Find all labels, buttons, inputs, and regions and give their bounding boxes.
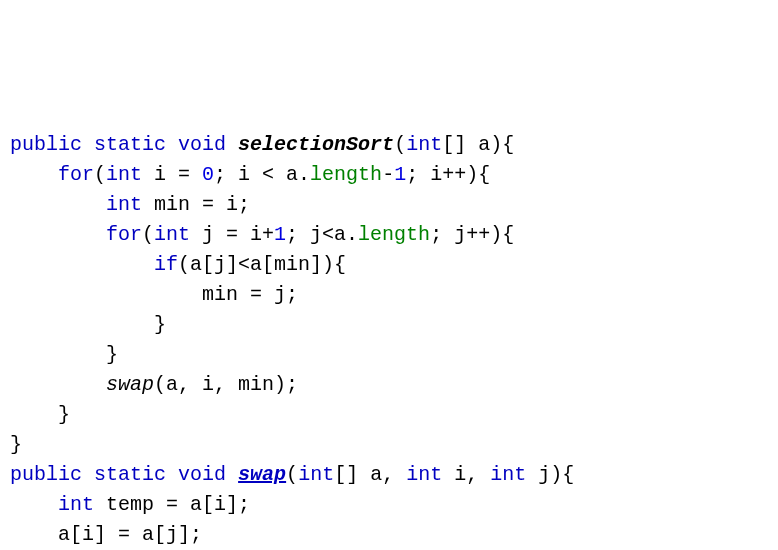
code-token	[10, 193, 106, 216]
code-token: (	[394, 133, 406, 156]
code-token: length	[310, 163, 382, 186]
code-line: int temp = a[i];	[10, 490, 768, 520]
code-line: if(a[j]<a[min]){	[10, 250, 768, 280]
code-token: }	[10, 343, 118, 366]
code-line: int min = i;	[10, 190, 768, 220]
code-token: int	[106, 163, 142, 186]
code-token	[10, 493, 58, 516]
code-token: }	[10, 313, 166, 336]
code-line: }	[10, 340, 768, 370]
code-token: int	[154, 223, 190, 246]
code-token: (a[j]<a[min]){	[178, 253, 346, 276]
code-token	[166, 463, 178, 486]
code-token: }	[10, 403, 70, 426]
code-line: swap(a, i, min);	[10, 370, 768, 400]
code-token: (a, i, min);	[154, 373, 298, 396]
code-token: void	[178, 463, 226, 486]
code-token: [] a){	[442, 133, 514, 156]
code-token: swap	[238, 463, 286, 486]
code-token	[10, 163, 58, 186]
code-token: int	[298, 463, 334, 486]
code-token: a[i] = a[j];	[10, 523, 202, 546]
code-token	[10, 253, 154, 276]
code-token: for	[106, 223, 142, 246]
code-token: static	[94, 133, 166, 156]
code-token: (	[142, 223, 154, 246]
code-token: int	[406, 133, 442, 156]
code-token	[166, 133, 178, 156]
code-token: 0	[202, 163, 214, 186]
code-token: static	[94, 463, 166, 486]
code-token: }	[10, 433, 22, 456]
code-block: public static void selectionSort(int[] a…	[10, 130, 768, 550]
code-token: min = j;	[10, 283, 298, 306]
code-token: ; i++){	[406, 163, 490, 186]
code-token: if	[154, 253, 178, 276]
code-token: ; j++){	[430, 223, 514, 246]
code-token: selectionSort	[238, 133, 394, 156]
code-token: -	[382, 163, 394, 186]
code-token: 1	[394, 163, 406, 186]
code-token: j){	[526, 463, 574, 486]
code-token: 1	[274, 223, 286, 246]
code-token	[82, 463, 94, 486]
code-line: }	[10, 400, 768, 430]
code-token: int	[58, 493, 94, 516]
code-line: }	[10, 310, 768, 340]
code-token	[226, 133, 238, 156]
code-line: a[i] = a[j];	[10, 520, 768, 550]
code-token: for	[58, 163, 94, 186]
code-token: public	[10, 133, 82, 156]
code-token: length	[358, 223, 430, 246]
code-token	[10, 373, 106, 396]
code-token: [] a,	[334, 463, 406, 486]
code-token: int	[106, 193, 142, 216]
code-token: min = i;	[142, 193, 250, 216]
code-token: i =	[142, 163, 202, 186]
code-token	[10, 223, 106, 246]
code-line: public static void selectionSort(int[] a…	[10, 130, 768, 160]
code-token: int	[406, 463, 442, 486]
code-token: temp = a[i];	[94, 493, 250, 516]
code-token: (	[286, 463, 298, 486]
code-token: void	[178, 133, 226, 156]
code-token	[82, 133, 94, 156]
code-token: ; i < a.	[214, 163, 310, 186]
code-token: swap	[106, 373, 154, 396]
code-token: j = i+	[190, 223, 274, 246]
code-line: min = j;	[10, 280, 768, 310]
code-token: public	[10, 463, 82, 486]
code-token	[226, 463, 238, 486]
code-token: int	[490, 463, 526, 486]
code-token: (	[94, 163, 106, 186]
code-line: for(int j = i+1; j<a.length; j++){	[10, 220, 768, 250]
code-token: ; j<a.	[286, 223, 358, 246]
code-token: i,	[442, 463, 490, 486]
code-line: for(int i = 0; i < a.length-1; i++){	[10, 160, 768, 190]
code-line: }	[10, 430, 768, 460]
code-line: public static void swap(int[] a, int i, …	[10, 460, 768, 490]
